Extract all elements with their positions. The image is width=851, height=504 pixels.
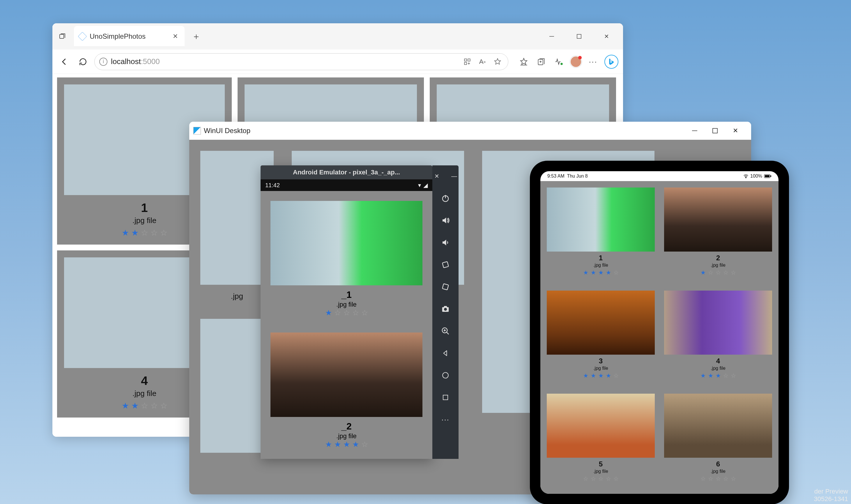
star-icon[interactable]: ★ [701, 269, 706, 276]
star-icon[interactable]: ☆ [613, 372, 619, 379]
star-icon[interactable]: ☆ [723, 475, 728, 482]
star-icon[interactable]: ☆ [583, 475, 589, 482]
star-icon[interactable]: ☆ [716, 269, 721, 276]
photo-card[interactable]: 6.jpg file☆☆☆☆☆ [661, 391, 775, 490]
star-icon[interactable]: ★ [122, 228, 129, 238]
photo-card[interactable]: 3.jpg file★★★★☆ [544, 288, 658, 387]
star-icon[interactable]: ☆ [606, 475, 611, 482]
volume-down-icon[interactable] [439, 236, 452, 249]
photo-card[interactable]: 2.jpg file★☆☆☆☆ [661, 185, 775, 284]
star-icon[interactable]: ★ [131, 401, 139, 411]
star-icon[interactable]: ☆ [723, 372, 728, 379]
rating-stars[interactable]: ☆☆☆☆☆ [547, 475, 655, 482]
android-content[interactable]: _1 .jpg file ★☆☆☆☆ _2 .jpg file ★★★★☆ [260, 191, 432, 459]
android-titlebar[interactable]: Android Emulator - pixel_3a_-_ap... [260, 165, 432, 179]
apps-icon[interactable] [461, 56, 473, 68]
star-icon[interactable]: ★ [598, 269, 603, 276]
star-icon[interactable]: ★ [583, 269, 589, 276]
star-icon[interactable]: ☆ [150, 401, 158, 411]
star-icon[interactable]: ☆ [591, 475, 596, 482]
photo-card[interactable]: _1 .jpg file ★☆☆☆☆ [265, 196, 428, 323]
star-icon[interactable]: ★ [598, 372, 603, 379]
rotate-left-icon[interactable] [439, 258, 452, 271]
refresh-button[interactable] [76, 54, 90, 69]
star-icon[interactable]: ☆ [613, 475, 619, 482]
nav-overview-icon[interactable] [439, 391, 452, 404]
star-icon[interactable]: ☆ [343, 308, 350, 317]
close-button[interactable]: ✕ [593, 28, 619, 45]
browser-tab[interactable]: UnoSimplePhotos ✕ [74, 26, 185, 47]
star-icon[interactable]: ☆ [716, 475, 721, 482]
tab-actions-button[interactable] [56, 30, 69, 43]
nav-back-icon[interactable] [439, 346, 452, 360]
star-icon[interactable]: ☆ [361, 440, 368, 449]
star-icon[interactable]: ★ [606, 372, 611, 379]
rating-stars[interactable]: ★★★☆☆ [664, 372, 772, 379]
favorites-bar-icon[interactable] [518, 56, 530, 68]
tab-close-icon[interactable]: ✕ [171, 32, 179, 40]
address-bar[interactable]: i localhost:5000 A» [94, 53, 508, 70]
close-button[interactable]: ✕ [729, 125, 741, 137]
collections-icon[interactable] [535, 56, 547, 68]
star-icon[interactable]: ☆ [334, 308, 341, 317]
photo-card[interactable]: 1.jpg file★★★★☆ [544, 185, 658, 284]
star-icon[interactable]: ☆ [731, 475, 736, 482]
star-icon[interactable]: ★ [131, 228, 139, 238]
bing-button[interactable] [604, 55, 618, 69]
power-icon[interactable] [439, 192, 452, 205]
star-icon[interactable]: ☆ [352, 308, 359, 317]
star-icon[interactable]: ☆ [723, 269, 728, 276]
star-icon[interactable]: ★ [343, 440, 350, 449]
star-icon[interactable]: ★ [352, 440, 359, 449]
camera-icon[interactable] [439, 302, 452, 316]
star-icon[interactable]: ☆ [150, 228, 158, 238]
star-icon[interactable]: ☆ [613, 269, 619, 276]
minimize-button[interactable] [539, 28, 565, 45]
back-button[interactable] [57, 54, 72, 69]
star-icon[interactable]: ★ [122, 401, 129, 411]
new-tab-button[interactable]: ＋ [187, 28, 205, 45]
photo-card[interactable]: 4.jpg file★★★☆☆ [661, 288, 775, 387]
rating-stars[interactable]: ★☆☆☆☆ [270, 308, 422, 317]
zoom-icon[interactable] [439, 324, 452, 338]
star-icon[interactable]: ★ [606, 269, 611, 276]
star-icon[interactable]: ☆ [160, 228, 167, 238]
photo-card[interactable]: 5.jpg file☆☆☆☆☆ [544, 391, 658, 490]
rating-stars[interactable]: ★★★★☆ [547, 372, 655, 379]
volume-up-icon[interactable] [439, 214, 452, 227]
star-icon[interactable]: ☆ [731, 269, 736, 276]
star-icon[interactable]: ☆ [160, 401, 167, 411]
more-icon[interactable]: ··· [587, 56, 599, 68]
performance-icon[interactable] [553, 56, 565, 68]
read-aloud-icon[interactable]: A» [476, 56, 488, 68]
star-icon[interactable]: ★ [334, 440, 341, 449]
rating-stars[interactable]: ★★★★☆ [547, 269, 655, 276]
star-icon[interactable]: ★ [591, 372, 596, 379]
minimize-button[interactable] [689, 125, 701, 137]
star-icon[interactable]: ★ [325, 440, 332, 449]
emulator-minimize-button[interactable]: — [448, 169, 461, 183]
star-icon[interactable]: ★ [701, 372, 706, 379]
maximize-button[interactable] [566, 28, 592, 45]
rating-stars[interactable]: ☆☆☆☆☆ [664, 475, 772, 482]
more-icon[interactable]: ··· [439, 413, 452, 426]
star-icon[interactable]: ☆ [141, 401, 148, 411]
star-icon[interactable]: ☆ [701, 475, 706, 482]
star-icon[interactable]: ★ [716, 372, 721, 379]
star-icon[interactable]: ☆ [141, 228, 148, 238]
star-icon[interactable]: ☆ [708, 269, 713, 276]
star-icon[interactable]: ★ [325, 308, 332, 317]
star-icon[interactable]: ★ [583, 372, 589, 379]
favorite-icon[interactable] [492, 56, 503, 68]
profile-avatar[interactable] [570, 56, 582, 68]
star-icon[interactable]: ☆ [361, 308, 368, 317]
star-icon[interactable]: ★ [591, 269, 596, 276]
nav-home-icon[interactable] [439, 368, 452, 382]
rating-stars[interactable]: ★☆☆☆☆ [664, 269, 772, 276]
photo-card[interactable]: _2 .jpg file ★★★★☆ [265, 327, 428, 454]
emulator-close-button[interactable]: ✕ [430, 169, 443, 183]
maximize-button[interactable] [709, 125, 721, 137]
star-icon[interactable]: ☆ [731, 372, 736, 379]
rotate-right-icon[interactable] [439, 280, 452, 293]
rating-stars[interactable]: ★★★★☆ [270, 440, 422, 449]
